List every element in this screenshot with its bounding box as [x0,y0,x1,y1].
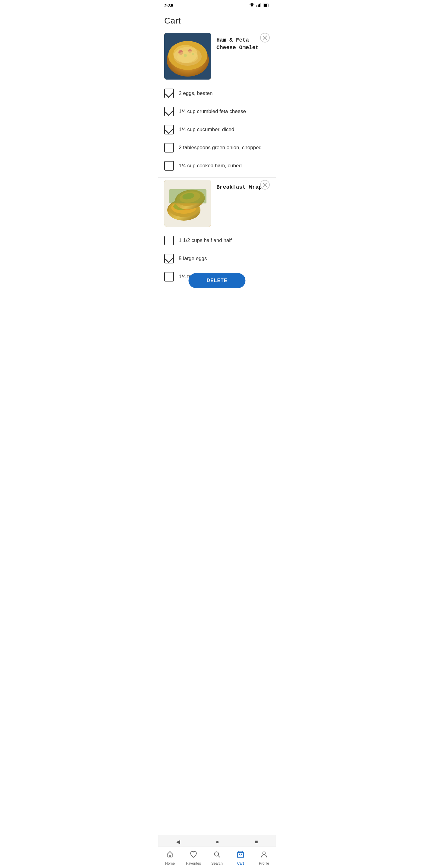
ingredient-item: 5 large eggs [164,250,270,268]
battery-icon [263,3,270,8]
ingredient-item: 1/4 tsp. gr... DELETE [164,268,270,286]
ingredient-checkbox-2-1[interactable] [164,236,174,245]
ingredient-text-1-4: 2 tablespoons green onion, chopped [179,144,261,151]
svg-rect-3 [259,4,260,7]
item-header-1: Ham & Feta Cheese Omelet [158,33,276,84]
item-header-2: Breakfast Wraps [158,180,276,231]
svg-point-15 [177,51,198,63]
favorites-icon [190,850,197,860]
ingredient-item: 1/4 cup cooked ham, cubed [164,157,270,175]
ingredient-text-1-1: 2 eggs, beaten [179,90,213,97]
status-bar: 2:35 [158,0,276,10]
cart-item-divider [158,177,276,178]
ingredient-item: 2 eggs, beaten [164,84,270,102]
ingredient-checkbox-1-2[interactable] [164,107,174,116]
ingredient-item: 2 tablespoons green onion, chopped [164,138,270,157]
android-home-button[interactable]: ● [216,839,219,845]
home-icon [166,850,174,860]
bottom-navigation: Home Favorites Search Cart [158,846,276,868]
svg-point-12 [188,49,192,53]
ingredient-checkbox-2-2[interactable] [164,254,174,264]
ingredient-checkbox-1-3[interactable] [164,125,174,134]
page-title: Cart [158,10,276,33]
nav-item-cart[interactable]: Cart [231,850,250,866]
cart-item-2: Breakfast Wraps 1 1/2 cups half and half… [158,180,276,286]
svg-rect-6 [264,4,267,7]
svg-point-13 [184,54,187,57]
ingredient-checkbox-1-1[interactable] [164,89,174,98]
svg-point-27 [179,190,201,204]
ingredient-text-1-5: 1/4 cup cooked ham, cubed [179,162,242,169]
delete-button[interactable]: DELETE [188,273,245,288]
nav-item-home[interactable]: Home [161,850,179,866]
ingredients-list-2: 1 1/2 cups half and half 5 large eggs 1/… [158,231,276,286]
profile-label: Profile [259,861,269,866]
remove-item-1-button[interactable] [260,33,270,42]
ingredient-item: 1/4 cup crumbled feta cheese [164,102,270,121]
ingredient-text-1-2: 1/4 cup crumbled feta cheese [179,108,246,115]
ingredient-text-2-2: 5 large eggs [179,255,207,262]
svg-point-11 [179,50,183,55]
remove-item-2-button[interactable] [260,180,270,190]
ingredient-item: 1/4 cup cucumber, diced [164,121,270,138]
time-display: 2:35 [164,3,173,8]
wifi-icon [249,3,255,8]
search-icon [213,850,221,860]
status-icons [249,3,270,8]
svg-rect-1 [256,5,257,7]
home-label: Home [165,861,175,866]
svg-rect-4 [260,3,261,7]
svg-point-10 [173,45,197,63]
nav-item-favorites[interactable]: Favorites [184,850,203,866]
favorites-label: Favorites [186,861,201,866]
cart-item-1: Ham & Feta Cheese Omelet 2 eggs, beaten … [158,33,276,175]
svg-line-32 [218,856,220,858]
ingredient-checkbox-1-5[interactable] [164,161,174,170]
android-recent-button[interactable]: ■ [255,839,258,845]
ingredients-list-1: 2 eggs, beaten 1/4 cup crumbled feta che… [158,84,276,175]
ingredient-text-1-3: 1/4 cup cucumber, diced [179,126,234,133]
wrap-image [164,180,211,227]
ingredient-item: 1 1/2 cups half and half [164,231,270,250]
search-label: Search [211,861,223,866]
cart-label: Cart [237,861,244,866]
cart-icon [237,850,244,860]
svg-point-28 [182,192,195,200]
omelet-image [164,33,211,80]
svg-point-0 [252,6,253,7]
svg-point-14 [192,53,194,55]
signal-icon [256,3,261,8]
ingredient-text-2-1: 1 1/2 cups half and half [179,237,232,244]
ingredient-checkbox-1-4[interactable] [164,143,174,153]
profile-icon [260,850,268,860]
svg-point-34 [263,852,266,855]
android-back-button[interactable]: ◀ [176,838,180,845]
ingredient-checkbox-2-3[interactable] [164,272,174,281]
svg-rect-2 [258,4,258,7]
nav-item-profile[interactable]: Profile [255,850,273,866]
nav-item-search[interactable]: Search [208,850,226,866]
